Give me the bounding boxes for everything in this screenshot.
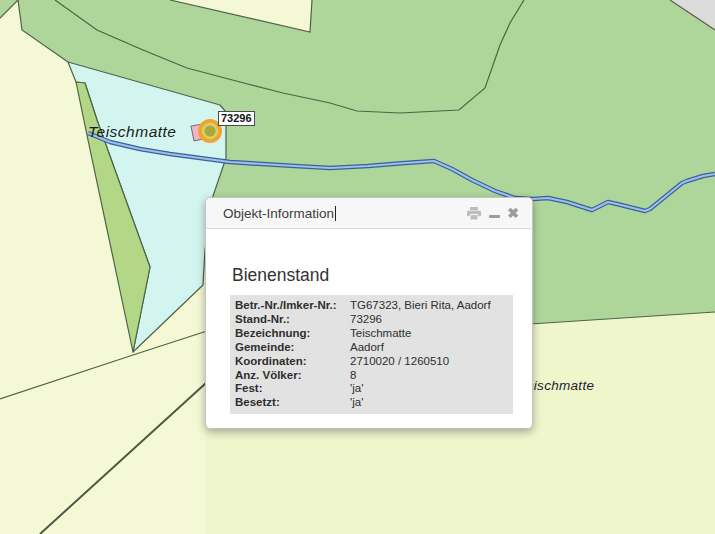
row-value: 8 (350, 369, 356, 381)
text-caret (335, 206, 336, 221)
row-label: Besetzt: (235, 396, 350, 410)
row-value: Aadorf (350, 341, 384, 353)
table-row: Anz. Völker:8 (235, 369, 513, 383)
row-value: 'ja' (350, 382, 363, 394)
table-row: Gemeinde:Aadorf (235, 341, 513, 355)
dialog-title: Objekt-Information (223, 206, 334, 221)
dialog-titlebar[interactable]: Objekt-Information ✖ (206, 198, 532, 229)
row-label: Koordinaten: (235, 355, 350, 369)
print-icon[interactable] (466, 206, 482, 221)
dialog-heading: Bienenstand (232, 265, 532, 286)
marker-number-label[interactable]: 73296 (218, 111, 255, 126)
object-info-table: Betr.-Nr./Imker-Nr.:TG67323, Bieri Rita,… (230, 295, 513, 414)
row-label: Betr.-Nr./Imker-Nr.: (235, 299, 350, 313)
dialog-body: Bienenstand Betr.-Nr./Imker-Nr.:TG67323,… (206, 265, 532, 414)
row-label: Gemeinde: (235, 341, 350, 355)
table-row: Fest:'ja' (235, 382, 513, 396)
row-label: Bezeichnung: (235, 327, 350, 341)
row-value: Teischmatte (350, 327, 411, 339)
table-row: Betr.-Nr./Imker-Nr.:TG67323, Bieri Rita,… (235, 299, 513, 313)
minimize-icon[interactable] (489, 208, 500, 218)
row-value: TG67323, Bieri Rita, Aadorf (350, 299, 491, 311)
table-row: Stand-Nr.:73296 (235, 313, 513, 327)
table-row: Besetzt:'ja' (235, 396, 513, 410)
row-label: Stand-Nr.: (235, 313, 350, 327)
table-row: Bezeichnung:Teischmatte (235, 327, 513, 341)
table-row: Koordinaten:2710020 / 1260510 (235, 355, 513, 369)
close-icon[interactable]: ✖ (507, 206, 519, 220)
row-value: 'ja' (350, 396, 363, 408)
object-info-dialog: Objekt-Information ✖ Bienenstand Betr.-N… (205, 197, 533, 429)
row-value: 73296 (350, 313, 382, 325)
row-value: 2710020 / 1260510 (350, 355, 449, 367)
row-label: Anz. Völker: (235, 369, 350, 383)
row-label: Fest: (235, 382, 350, 396)
map-viewport: Teischmatte eischmatte 73296 Objekt-Info… (0, 0, 715, 534)
